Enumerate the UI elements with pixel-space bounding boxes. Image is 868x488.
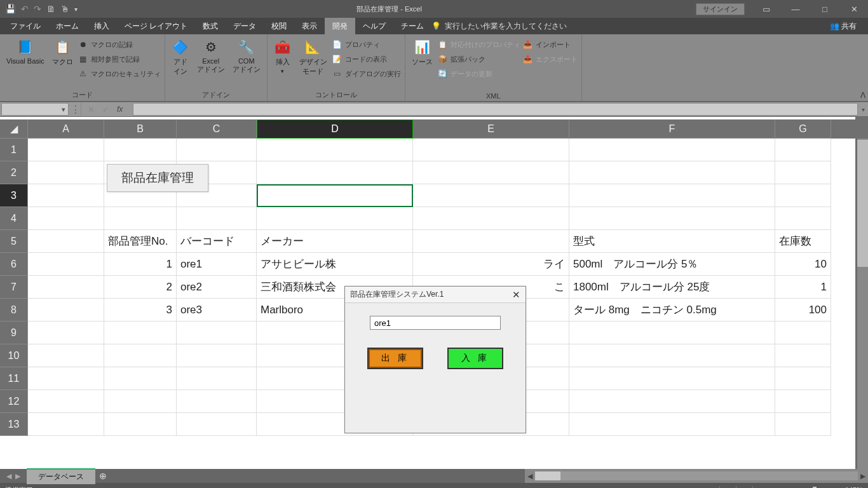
cell[interactable]: [775, 413, 831, 436]
cell[interactable]: [775, 184, 831, 207]
cell[interactable]: [775, 390, 831, 413]
macro-security-button[interactable]: ⚠マクロのセキュリティ: [78, 67, 161, 80]
cell[interactable]: [28, 139, 104, 161]
cell[interactable]: 部品在庫管理: [104, 161, 177, 184]
cell[interactable]: [177, 367, 257, 390]
run-dialog-button[interactable]: ▭ダイアログの実行: [332, 67, 401, 80]
cell[interactable]: [104, 322, 177, 344]
relative-ref-button[interactable]: ▦相対参照で記録: [78, 53, 161, 65]
row-9[interactable]: 9: [0, 322, 28, 344]
cell[interactable]: [569, 413, 775, 436]
redo-icon[interactable]: ↷: [34, 4, 41, 14]
normal-view-icon[interactable]: ▦: [719, 486, 734, 489]
row-5[interactable]: 5: [0, 230, 28, 253]
cell[interactable]: [775, 161, 831, 184]
cell[interactable]: [177, 390, 257, 413]
expansion-pack-button[interactable]: 📦拡張パック: [438, 53, 520, 65]
preview-icon[interactable]: 🗎: [46, 4, 55, 14]
cell[interactable]: [28, 161, 104, 184]
macros-button[interactable]: 📋 マクロ: [50, 36, 76, 67]
addins-button[interactable]: 🔷アド イン: [169, 36, 192, 76]
cell[interactable]: [177, 413, 257, 436]
header-cell[interactable]: バーコード: [177, 230, 257, 253]
cell[interactable]: [28, 207, 104, 230]
next-sheet-icon[interactable]: ▶: [15, 472, 20, 480]
fx-icon[interactable]: fx: [117, 105, 126, 114]
cell[interactable]: [28, 413, 104, 436]
cell[interactable]: [104, 207, 177, 230]
cell[interactable]: 1: [104, 253, 177, 276]
page-break-view-icon[interactable]: ▤: [752, 486, 767, 489]
tab-insert[interactable]: 挿入: [86, 18, 117, 34]
cell[interactable]: [28, 299, 104, 322]
cell[interactable]: [177, 207, 257, 230]
cell[interactable]: [104, 413, 177, 436]
dialog-close-icon[interactable]: ✕: [512, 289, 520, 301]
col-A[interactable]: A: [28, 119, 104, 139]
insert-control-button[interactable]: 🧰挿入▾: [271, 36, 294, 74]
cell[interactable]: [257, 139, 413, 161]
prev-sheet-icon[interactable]: ◀: [6, 472, 11, 480]
row-7[interactable]: 7: [0, 276, 28, 299]
record-macro-button[interactable]: ⏺マクロの記録: [78, 38, 161, 51]
tab-team[interactable]: チーム: [393, 18, 431, 34]
cell[interactable]: [28, 322, 104, 344]
cell[interactable]: [177, 322, 257, 344]
col-C[interactable]: C: [177, 119, 257, 139]
row-2[interactable]: 2: [0, 161, 28, 184]
tab-nav[interactable]: ◀▶: [0, 472, 27, 480]
row-4[interactable]: 4: [0, 207, 28, 230]
row-1[interactable]: 1: [0, 139, 28, 161]
pointer-icon[interactable]: 🖱: [60, 4, 69, 14]
cell[interactable]: 1: [775, 276, 831, 299]
tab-help[interactable]: ヘルプ: [355, 18, 393, 34]
cell[interactable]: [28, 390, 104, 413]
source-button[interactable]: 📊ソース: [409, 36, 435, 67]
col-E[interactable]: E: [413, 119, 569, 139]
tab-developer[interactable]: 開発: [325, 18, 355, 34]
header-cell[interactable]: 在庫数: [775, 230, 831, 253]
signin-button[interactable]: サインイン: [696, 3, 745, 15]
tab-review[interactable]: 校閲: [264, 18, 294, 34]
cell[interactable]: [177, 344, 257, 367]
import-button[interactable]: 📥インポート: [523, 38, 578, 51]
save-icon[interactable]: 💾: [5, 4, 16, 14]
tab-home[interactable]: ホーム: [48, 18, 86, 34]
horizontal-scrollbar[interactable]: ◀ ▶: [525, 469, 868, 483]
collapse-ribbon-icon[interactable]: ᐱ: [860, 91, 865, 100]
cell[interactable]: [104, 139, 177, 161]
formula-expand-icon[interactable]: ▾: [858, 106, 868, 113]
hscroll-thumb[interactable]: [535, 471, 560, 480]
cell[interactable]: [569, 367, 775, 390]
tab-formulas[interactable]: 数式: [195, 18, 226, 34]
cell[interactable]: タール 8mg ニコチン 0.5mg: [569, 299, 775, 322]
cancel-formula-icon[interactable]: ✕: [88, 105, 95, 114]
header-cell[interactable]: メーカー: [257, 230, 413, 253]
vertical-scrollbar[interactable]: [857, 139, 868, 469]
ribbon-options-icon[interactable]: ▭: [752, 0, 780, 18]
excel-addins-button[interactable]: ⚙Excel アドイン: [194, 36, 227, 74]
cell[interactable]: [104, 344, 177, 367]
row-3[interactable]: 3: [0, 184, 28, 207]
record-macro-status-icon[interactable]: ▢: [41, 486, 47, 489]
cell[interactable]: [28, 230, 104, 253]
cell[interactable]: [569, 344, 775, 367]
cell[interactable]: [104, 367, 177, 390]
cell[interactable]: [569, 184, 775, 207]
cell[interactable]: [569, 161, 775, 184]
cell[interactable]: [177, 139, 257, 161]
col-D[interactable]: D: [257, 119, 413, 139]
ship-out-button[interactable]: 出 庫: [367, 348, 423, 369]
tab-file[interactable]: ファイル: [3, 18, 48, 34]
row-8[interactable]: 8: [0, 299, 28, 322]
view-code-button[interactable]: 📝コードの表示: [332, 53, 401, 65]
cell[interactable]: ライ: [413, 253, 569, 276]
name-box[interactable]: ▾: [1, 103, 69, 116]
sheet-tab[interactable]: データベース: [27, 468, 95, 484]
cell[interactable]: [28, 184, 104, 207]
cell[interactable]: ore2: [177, 276, 257, 299]
dialog-titlebar[interactable]: 部品在庫管理システムVer.1 ✕: [345, 287, 526, 303]
undo-icon[interactable]: ↶: [21, 4, 29, 14]
add-sheet-icon[interactable]: ⊕: [95, 471, 111, 481]
scroll-left-icon[interactable]: ◀: [525, 472, 535, 480]
